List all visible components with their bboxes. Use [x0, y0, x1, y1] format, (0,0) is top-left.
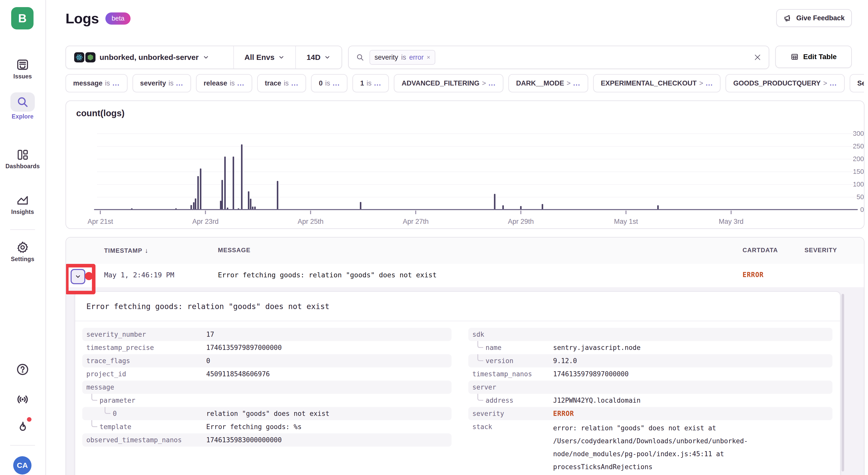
x-tick-mark	[520, 211, 521, 214]
detail-key: trace_flags	[86, 356, 130, 365]
edit-table-label: Edit Table	[803, 53, 837, 61]
filter-chip[interactable]: traceis...	[257, 74, 306, 92]
chip-ellipsis: ...	[489, 79, 496, 87]
detail-key: project_id	[86, 369, 126, 379]
filter-chip[interactable]: severityis...	[132, 74, 191, 92]
detail-key: address	[486, 396, 514, 405]
logs-table: TIMESTAMP↓ MESSAGE CARTDATA SEVERITY May…	[65, 237, 864, 475]
filter-chip[interactable]: 1is...	[352, 74, 389, 92]
chart-bar	[220, 201, 221, 209]
log-severity-badge: ERROR	[743, 271, 764, 279]
expand-row-button[interactable]	[71, 269, 85, 284]
chip-ellipsis: ...	[830, 79, 837, 87]
detail-key: sdk	[472, 330, 484, 339]
detail-key: timestamp_nanos	[472, 369, 532, 379]
tree-connector-icon	[91, 420, 97, 427]
page-header: Logs beta	[65, 10, 130, 27]
sidebar-item-label: Insights	[11, 209, 34, 215]
detail-row: version9.12.0	[468, 354, 832, 367]
detail-row: namesentry.javascript.node	[468, 341, 832, 354]
chip-key: 0	[319, 79, 322, 87]
filter-chip[interactable]: DARK__MODE>...	[508, 74, 588, 92]
environment-selector[interactable]: All Envs	[234, 46, 296, 69]
sidebar-item-label: Dashboards	[6, 163, 40, 170]
gridline	[97, 184, 858, 185]
org-logo[interactable]: B	[11, 7, 33, 29]
detail-row: observed_timestamp_nanos1746135983000000…	[82, 433, 452, 447]
user-avatar[interactable]: CA	[13, 456, 31, 474]
sidebar-item-settings[interactable]: Settings	[0, 241, 45, 263]
column-header-timestamp[interactable]: TIMESTAMP↓	[104, 247, 149, 255]
sidebar-item-dashboards[interactable]: Dashboards	[0, 148, 45, 170]
filter-chip[interactable]: releaseis...	[196, 74, 252, 92]
see-full-list-label: See full list	[857, 79, 864, 87]
chip-operator: >	[699, 79, 703, 87]
x-tick-label: Apr 27th	[385, 218, 446, 226]
issues-icon	[16, 58, 29, 72]
column-header-message[interactable]: MESSAGE	[218, 247, 250, 254]
filter-chip[interactable]: GOODS_PRODUCTQUERY>...	[725, 74, 844, 92]
app-root: B Issues Explore	[0, 0, 868, 475]
filter-chip[interactable]: 0is...	[311, 74, 347, 92]
give-feedback-button[interactable]: Give Feedback	[776, 9, 852, 27]
chart-baseline	[94, 209, 858, 210]
clear-search-button[interactable]	[753, 53, 762, 61]
x-tick-mark	[625, 211, 626, 214]
token-remove-icon[interactable]: ×	[427, 54, 430, 61]
detail-row: timestamp_nanos1746135979897000000	[468, 367, 832, 381]
see-full-list-chip[interactable]: See full list	[850, 74, 864, 92]
chart-title: count(logs)	[76, 108, 125, 118]
detail-row: 0relation "goods" does not exist	[82, 407, 452, 420]
chip-key: EXPERIMENTAL_CHECKOUT	[601, 79, 697, 87]
tree-connector-icon	[477, 354, 483, 361]
x-tick-mark	[100, 211, 101, 214]
filter-chip[interactable]: messageis...	[65, 74, 127, 92]
log-timestamp: May 1, 2:46:19 PM	[104, 271, 174, 279]
detail-key: server	[472, 383, 496, 392]
chip-operator: is	[284, 79, 289, 87]
date-range-selector[interactable]: 14D	[296, 46, 342, 69]
search-icon	[10, 92, 35, 112]
chip-operator: is	[168, 79, 174, 87]
sidebar-item-explore[interactable]: Explore	[0, 92, 45, 120]
log-row[interactable]: May 1, 2:46:19 PM Error fetching goods: …	[66, 264, 864, 288]
detail-row: stackerror: relation "goods" does not ex…	[468, 420, 832, 475]
chart-bar	[232, 157, 234, 209]
chart-bar	[252, 207, 253, 209]
project-selector[interactable]: unborked, unborked-server	[66, 46, 234, 69]
insights-chart-icon	[16, 194, 29, 207]
column-header-cartdata[interactable]: CARTDATA	[743, 247, 778, 254]
onboarding-button[interactable]	[0, 420, 45, 434]
tree-connector-icon	[477, 341, 483, 348]
detail-key: timestamp_precise	[86, 343, 154, 352]
column-header-severity[interactable]: SEVERITY	[805, 247, 837, 254]
detail-key: severity_number	[86, 330, 146, 339]
detail-value: relation "goods" does not exist	[206, 409, 329, 418]
sidebar-divider	[10, 445, 35, 446]
chart-plot[interactable]: Apr 21stApr 23rdApr 25thApr 27thApr 29th…	[97, 133, 858, 210]
notification-dot	[27, 417, 31, 422]
filter-bar: unborked, unborked-server All Envs 14D s…	[65, 46, 852, 68]
detail-key: parameter	[99, 396, 135, 405]
search-token[interactable]: severity is error ×	[370, 50, 436, 65]
whats-new-button[interactable]	[0, 392, 45, 407]
edit-table-button[interactable]: Edit Table	[775, 46, 852, 68]
help-button[interactable]	[0, 362, 45, 377]
detail-value: 17	[206, 330, 214, 339]
x-tick-label: Apr 29th	[490, 218, 551, 226]
detail-row: addressJ12PWN42YQ.localdomain	[468, 394, 832, 407]
search-input[interactable]: severity is error ×	[348, 46, 770, 69]
filter-chip[interactable]: EXPERIMENTAL_CHECKOUT>...	[593, 74, 721, 92]
x-tick-mark	[310, 211, 311, 214]
chart-bar	[360, 202, 361, 209]
environment-selector-label: All Envs	[245, 53, 275, 62]
chip-operator: is	[105, 79, 110, 87]
chip-operator: is	[230, 79, 235, 87]
sidebar-item-insights[interactable]: Insights	[0, 194, 45, 215]
sidebar-item-issues[interactable]: Issues	[0, 58, 45, 80]
megaphone-icon	[783, 14, 792, 22]
chart-bar	[190, 205, 192, 209]
gear-icon	[16, 241, 29, 254]
filter-chip[interactable]: ADVANCED_FILTERING>...	[394, 74, 503, 92]
detail-scrollbar[interactable]	[842, 294, 844, 471]
